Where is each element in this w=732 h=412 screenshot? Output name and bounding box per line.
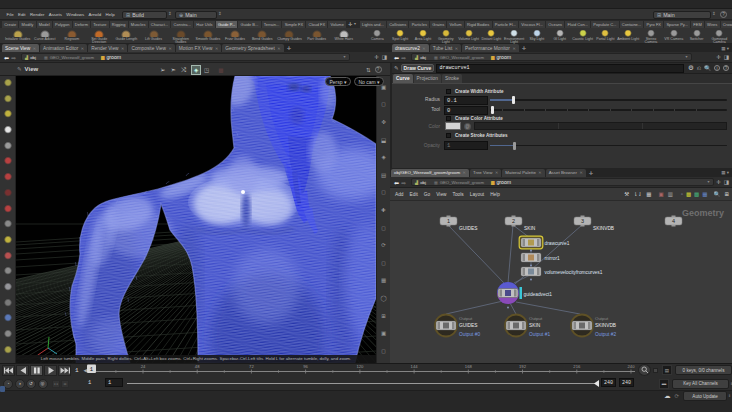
svg-text:2: 2 — [512, 218, 515, 224]
svg-text:Output #0: Output #0 — [459, 332, 480, 337]
svg-text:4: 4 — [672, 218, 675, 224]
svg-text:volumevelocityfromcurves1: volumevelocityfromcurves1 — [545, 270, 603, 275]
svg-text:Output: Output — [529, 316, 543, 321]
svg-text:SKINVDB: SKINVDB — [593, 226, 614, 231]
svg-text:SKINVDB: SKINVDB — [595, 323, 616, 328]
svg-text:48: 48 — [195, 364, 200, 369]
svg-text:Geometry: Geometry — [682, 208, 724, 218]
svg-text:Output #1: Output #1 — [529, 332, 550, 337]
svg-text:GUIDES: GUIDES — [459, 323, 477, 328]
svg-text:240: 240 — [628, 364, 636, 369]
svg-text:drawcurve1: drawcurve1 — [545, 241, 570, 246]
svg-text:168: 168 — [465, 364, 473, 369]
svg-text:96: 96 — [303, 364, 308, 369]
svg-text:Output: Output — [595, 316, 609, 321]
svg-text:72: 72 — [249, 364, 254, 369]
svg-text:216: 216 — [573, 364, 581, 369]
svg-text:SKIN: SKIN — [524, 226, 536, 231]
svg-text:SKIN: SKIN — [529, 323, 541, 328]
svg-text:guideadvect1: guideadvect1 — [524, 292, 553, 297]
svg-text:24: 24 — [141, 364, 146, 369]
svg-text:mirror1: mirror1 — [545, 256, 561, 261]
svg-text:Output #2: Output #2 — [595, 332, 616, 337]
svg-text:1: 1 — [447, 218, 450, 224]
svg-text:GUIDES: GUIDES — [459, 226, 477, 231]
svg-text:3: 3 — [581, 218, 584, 224]
svg-text:144: 144 — [411, 364, 419, 369]
svg-text:Output: Output — [459, 316, 473, 321]
svg-text:192: 192 — [519, 364, 527, 369]
svg-text:120: 120 — [356, 364, 364, 369]
